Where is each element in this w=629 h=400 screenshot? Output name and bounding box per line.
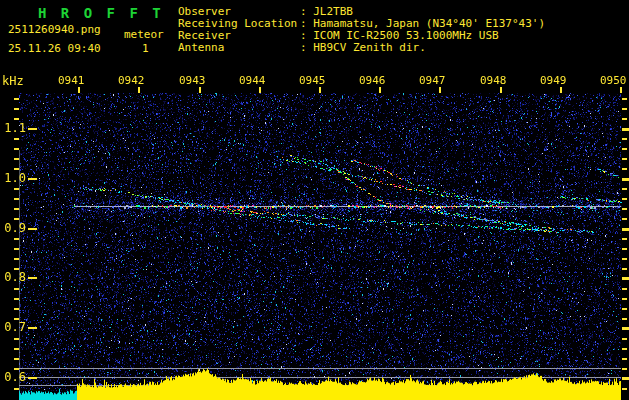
time-axis-label: 0945	[299, 74, 326, 87]
time-axis-label: 0949	[540, 74, 567, 87]
freq-axis-label: 0.9	[2, 221, 26, 235]
time-axis-label: 0948	[480, 74, 507, 87]
spectrogram-canvas	[0, 0, 629, 400]
time-axis-label: 0946	[359, 74, 386, 87]
time-axis-label: 0947	[419, 74, 446, 87]
time-axis-label: 0942	[118, 74, 145, 87]
time-axis-label: 0941	[58, 74, 85, 87]
time-axis-label: 0950	[600, 74, 627, 87]
hrofft-window: H R O F F T 2511260940.png meteor 25.11.…	[0, 0, 629, 400]
freq-axis-label: 1.0	[2, 171, 26, 185]
freq-axis-label: 0.6	[2, 370, 26, 384]
freq-axis-label: 0.7	[2, 320, 26, 334]
freq-axis-label: 1.1	[2, 121, 26, 135]
freq-axis-label: 0.8	[2, 270, 26, 284]
time-axis-label: 0943	[179, 74, 206, 87]
time-axis-label: 0944	[239, 74, 266, 87]
freq-unit-label: kHz	[2, 74, 24, 88]
